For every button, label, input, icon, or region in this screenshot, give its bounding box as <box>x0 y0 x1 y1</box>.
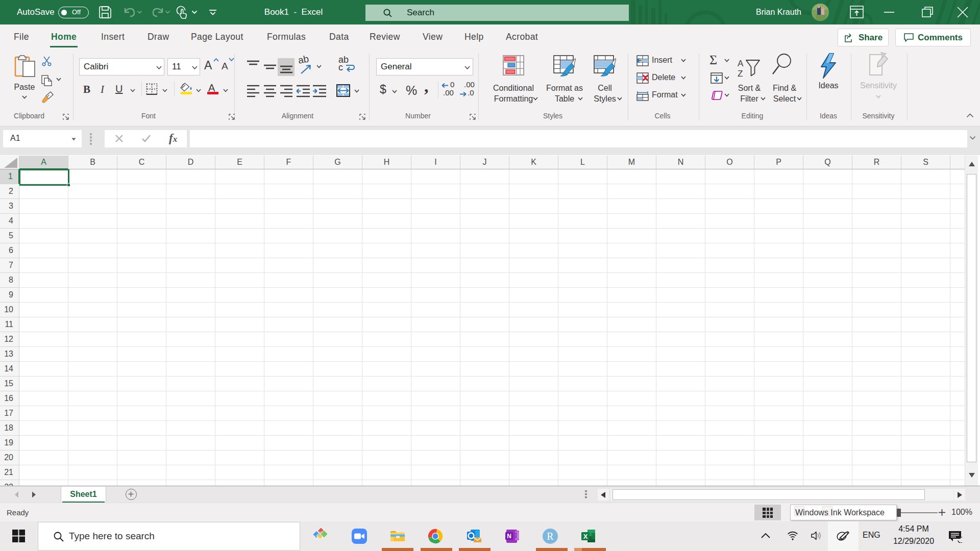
svg-text:X: X <box>583 533 588 540</box>
svg-text:N: N <box>507 533 511 540</box>
